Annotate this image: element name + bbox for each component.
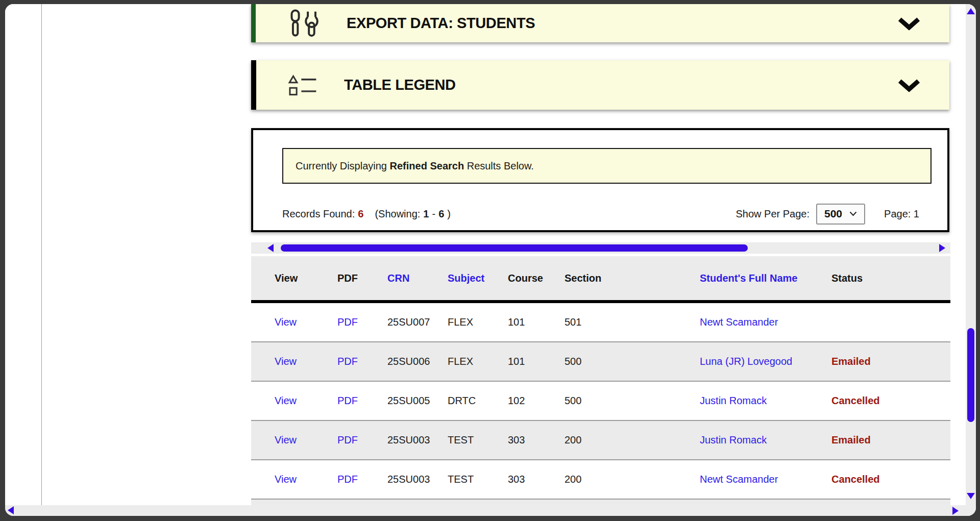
column-header-crn[interactable]: CRN [378, 256, 438, 302]
table-horizontal-scrollbar[interactable] [251, 242, 950, 254]
crn-value: 25SU007 [387, 316, 430, 328]
pdf-link[interactable]: PDF [337, 474, 358, 485]
table-row-partial [251, 499, 950, 505]
status-value: Cancelled [831, 395, 879, 406]
vertical-scrollbar-thumb[interactable] [967, 328, 974, 422]
subject-cell: TEST [438, 460, 499, 499]
empty-cell [328, 499, 378, 505]
show-per-page-label: Show Per Page: [736, 208, 810, 220]
section-value: 200 [565, 474, 581, 485]
table-row: ViewPDF25SU005DRTC102500Justin RomackCan… [251, 381, 950, 420]
view-link[interactable]: View [275, 474, 297, 485]
view-cell[interactable]: View [251, 460, 328, 499]
view-cell[interactable]: View [251, 302, 328, 342]
status-value: Emailed [831, 356, 871, 367]
section-cell: 200 [555, 460, 691, 499]
vertical-scrollbar[interactable] [966, 4, 976, 505]
pdf-cell[interactable]: PDF [328, 302, 378, 342]
chevron-down-icon[interactable] [897, 16, 921, 30]
name-link[interactable]: Newt Scamander [700, 316, 778, 328]
scroll-right-arrow-icon[interactable] [939, 244, 945, 252]
records-count: 6 [358, 208, 363, 220]
crn-value: 25SU003 [387, 434, 430, 445]
view-cell[interactable]: View [251, 381, 328, 420]
subject-value: DRTC [448, 395, 476, 406]
subject-value: FLEX [448, 316, 473, 328]
column-header-view: View [251, 256, 328, 302]
bottom-horizontal-scrollbar[interactable] [5, 505, 976, 516]
view-cell[interactable]: View [251, 342, 328, 381]
empty-cell [555, 499, 691, 505]
name-cell[interactable]: Luna (JR) Lovegood [691, 342, 822, 381]
name-cell[interactable]: Justin Romack [691, 381, 822, 420]
select-chevron-icon [849, 211, 857, 216]
page-indicator: Page: 1 [884, 208, 919, 220]
view-link[interactable]: View [275, 434, 297, 445]
course-cell: 101 [499, 302, 555, 342]
column-header-subject[interactable]: Subject [438, 256, 499, 302]
crn-value: 25SU003 [387, 474, 430, 485]
per-page-select[interactable]: 500 [816, 204, 865, 225]
name-cell[interactable]: Newt Scamander [691, 302, 822, 342]
column-header-label: Status [831, 272, 863, 284]
scroll-down-arrow-icon[interactable] [967, 493, 975, 499]
scroll-left-arrow-icon[interactable] [8, 506, 14, 514]
column-header-label[interactable]: Subject [448, 272, 484, 284]
pdf-cell[interactable]: PDF [328, 381, 378, 420]
name-link[interactable]: Luna (JR) Lovegood [700, 356, 792, 367]
section-cell: 500 [555, 342, 691, 381]
table-horizontal-scrollbar-thumb[interactable] [281, 244, 748, 252]
crn-cell: 25SU005 [378, 381, 438, 420]
course-value: 101 [508, 316, 525, 328]
browser-window: EXPORT DATA: STUDENTS TABLE LEGEND Curr [5, 4, 976, 516]
name-cell[interactable]: Justin Romack [691, 420, 822, 460]
tools-icon [287, 9, 320, 38]
course-cell: 303 [499, 420, 555, 460]
subject-value: FLEX [448, 356, 473, 367]
scroll-right-arrow-icon[interactable] [952, 507, 959, 515]
chevron-down-icon[interactable] [897, 78, 921, 92]
pdf-cell[interactable]: PDF [328, 342, 378, 381]
per-page-value: 500 [824, 208, 842, 220]
pdf-link[interactable]: PDF [337, 395, 358, 406]
scroll-left-arrow-icon[interactable] [267, 244, 274, 252]
subject-cell: TEST [438, 420, 499, 460]
name-link[interactable]: Justin Romack [700, 395, 767, 406]
records-found-text: Records Found: 6 (Showing: 1 - 6 ) [282, 208, 451, 220]
column-header-name[interactable]: Student's Full Name [691, 256, 822, 302]
scroll-up-arrow-icon[interactable] [967, 8, 975, 14]
column-header-label[interactable]: Student's Full Name [700, 272, 797, 284]
pdf-link[interactable]: PDF [337, 356, 358, 367]
view-link[interactable]: View [275, 316, 297, 328]
course-cell: 303 [499, 460, 555, 499]
pdf-link[interactable]: PDF [337, 434, 358, 445]
crn-cell: 25SU007 [378, 302, 438, 342]
table-legend-panel-header[interactable]: TABLE LEGEND [251, 60, 949, 110]
table-row: ViewPDF25SU007FLEX101501Newt Scamander05 [251, 302, 950, 342]
status-cell: Cancelled [822, 381, 950, 420]
name-cell[interactable]: Newt Scamander [691, 460, 822, 499]
results-table: ViewPDFCRNSubjectCourseSectionStudent's … [251, 256, 950, 505]
course-value: 303 [508, 434, 525, 445]
export-data-panel-header[interactable]: EXPORT DATA: STUDENTS [251, 4, 949, 42]
subject-cell: DRTC [438, 381, 499, 420]
name-link[interactable]: Justin Romack [700, 434, 767, 445]
column-header-section: Section [555, 256, 691, 302]
pdf-cell[interactable]: PDF [328, 460, 378, 499]
name-link[interactable]: Newt Scamander [700, 474, 778, 485]
view-link[interactable]: View [275, 356, 297, 367]
view-cell[interactable]: View [251, 420, 328, 460]
subject-cell: FLEX [438, 302, 499, 342]
column-header-label[interactable]: CRN [387, 272, 409, 284]
pdf-link[interactable]: PDF [337, 316, 358, 328]
crn-value: 25SU005 [387, 395, 430, 406]
table-row: ViewPDF25SU003TEST303200Justin RomackEma… [251, 420, 950, 460]
section-value: 501 [565, 316, 581, 328]
empty-cell [251, 499, 328, 505]
results-table-body: ViewPDF25SU007FLEX101501Newt Scamander05… [251, 302, 950, 505]
table-row: ViewPDF25SU003TEST303200Newt ScamanderCa… [251, 460, 950, 499]
view-link[interactable]: View [275, 395, 297, 406]
section-value: 200 [565, 434, 581, 445]
pdf-cell[interactable]: PDF [328, 420, 378, 460]
empty-cell [822, 499, 950, 505]
